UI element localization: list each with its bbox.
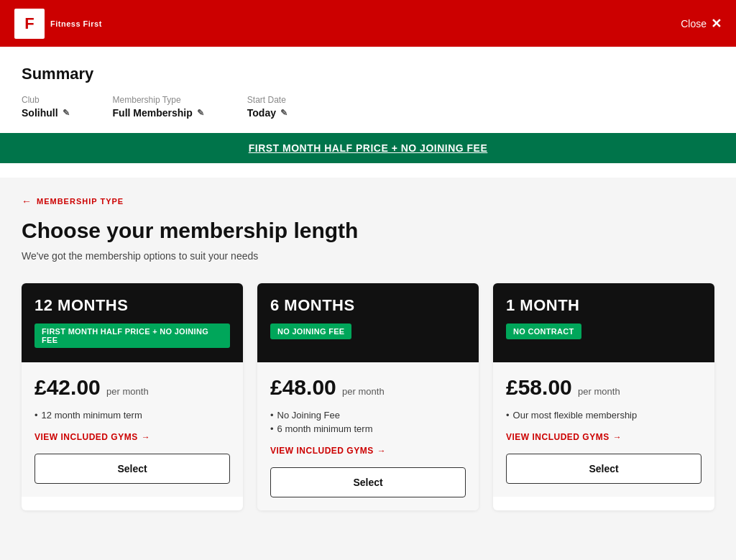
back-label: MEMBERSHIP TYPE (37, 197, 124, 206)
card-6months-title: 6 MONTHS (270, 296, 466, 315)
logo-letter: F (24, 16, 34, 32)
startdate-value: Today ✎ (247, 107, 288, 119)
arrow-icon: → (142, 432, 151, 442)
card-1month-features: Our most flexible membership (506, 408, 702, 422)
startdate-label: Start Date (247, 95, 288, 105)
card-1month-title: 1 MONTH (506, 296, 702, 315)
close-icon: ✕ (711, 16, 722, 32)
select-6months-button[interactable]: Select (270, 467, 466, 497)
card-1month-header: 1 MONTH NO CONTRACT (493, 283, 714, 362)
card-12months: 12 MONTHS FIRST MONTH HALF PRICE + NO JO… (22, 283, 243, 510)
card-6months-features: No Joining Fee 6 month minimum term (270, 408, 466, 436)
card-6months: 6 MONTHS NO JOINING FEE £48.00 per month… (257, 283, 479, 510)
per-month-label: per month (342, 386, 385, 397)
view-gyms-6months-link[interactable]: VIEW INCLUDED GYMS → (270, 446, 466, 456)
page-title: Choose your membership length (22, 219, 714, 243)
summary-title: Summary (22, 65, 714, 83)
card-6months-header: 6 MONTHS NO JOINING FEE (257, 283, 479, 362)
price-value: £58.00 (506, 375, 572, 399)
page-body: ← MEMBERSHIP TYPE Choose your membership… (0, 178, 736, 539)
summary-field-membership: Membership Type Full Membership ✎ (113, 95, 204, 119)
select-12months-button[interactable]: Select (34, 454, 230, 484)
card-6months-body: £48.00 per month No Joining Fee 6 month … (257, 362, 479, 510)
cards-row: 12 MONTHS FIRST MONTH HALF PRICE + NO JO… (22, 283, 714, 510)
club-label: Club (22, 95, 70, 105)
summary-field-club: Club Solihull ✎ (22, 95, 70, 119)
club-value: Solihull ✎ (22, 107, 70, 119)
startdate-edit-icon[interactable]: ✎ (280, 108, 288, 118)
card-1month-body: £58.00 per month Our most flexible membe… (493, 362, 714, 497)
logo-subtitle: Fitness First (50, 19, 102, 28)
feature-item: Our most flexible membership (506, 408, 702, 422)
card-6months-badge: NO JOINING FEE (270, 323, 351, 339)
view-gyms-1month-link[interactable]: VIEW INCLUDED GYMS → (506, 432, 702, 442)
card-12months-badge: FIRST MONTH HALF PRICE + NO JOINING FEE (34, 323, 230, 348)
card-12months-features: 12 month minimum term (34, 408, 230, 422)
feature-item: No Joining Fee (270, 408, 466, 422)
view-gyms-text: VIEW INCLUDED GYMS (506, 432, 610, 442)
logo-wrapper: F Fitness First (14, 9, 102, 39)
summary-section: Summary Club Solihull ✎ Membership Type … (0, 47, 736, 178)
view-gyms-12months-link[interactable]: VIEW INCLUDED GYMS → (34, 432, 230, 442)
membership-label: Membership Type (113, 95, 204, 105)
promo-banner[interactable]: FIRST MONTH HALF PRICE + NO JOINING FEE (0, 133, 736, 163)
arrow-icon: → (377, 446, 387, 456)
feature-item: 12 month minimum term (34, 408, 230, 422)
card-6months-price: £48.00 per month (270, 375, 466, 400)
card-1month: 1 MONTH NO CONTRACT £58.00 per month Our… (493, 283, 714, 510)
membership-type-name: Full Membership (113, 107, 193, 119)
logo-box: F (14, 9, 45, 39)
per-month-label: per month (578, 386, 620, 397)
card-12months-title: 12 MONTHS (34, 296, 230, 315)
per-month-label: per month (106, 386, 149, 397)
club-edit-icon[interactable]: ✎ (63, 108, 70, 118)
close-label: Close (681, 18, 707, 29)
card-1month-badge: NO CONTRACT (506, 323, 581, 339)
price-value: £42.00 (34, 375, 101, 399)
view-gyms-text: VIEW INCLUDED GYMS (34, 432, 138, 442)
header: F Fitness First Close ✕ (0, 0, 736, 47)
page-subtitle: We've got the membership options to suit… (22, 250, 714, 262)
card-12months-header: 12 MONTHS FIRST MONTH HALF PRICE + NO JO… (22, 283, 243, 362)
card-12months-body: £42.00 per month 12 month minimum term V… (22, 362, 243, 497)
membership-edit-icon[interactable]: ✎ (197, 108, 204, 118)
feature-item: 6 month minimum term (270, 422, 466, 436)
price-value: £48.00 (270, 375, 336, 399)
close-button[interactable]: Close ✕ (681, 16, 722, 32)
membership-value: Full Membership ✎ (113, 107, 204, 119)
view-gyms-text: VIEW INCLUDED GYMS (270, 446, 374, 456)
back-link[interactable]: ← MEMBERSHIP TYPE (22, 196, 714, 207)
summary-field-startdate: Start Date Today ✎ (247, 95, 288, 119)
club-name: Solihull (22, 107, 58, 119)
card-12months-price: £42.00 per month (34, 375, 230, 400)
back-arrow-icon: ← (22, 196, 32, 207)
summary-fields: Club Solihull ✎ Membership Type Full Mem… (22, 95, 714, 119)
select-1month-button[interactable]: Select (506, 454, 702, 484)
promo-banner-link[interactable]: FIRST MONTH HALF PRICE + NO JOINING FEE (249, 142, 488, 154)
card-1month-price: £58.00 per month (506, 375, 702, 400)
arrow-icon: → (613, 432, 622, 442)
startdate-name: Today (247, 107, 276, 119)
